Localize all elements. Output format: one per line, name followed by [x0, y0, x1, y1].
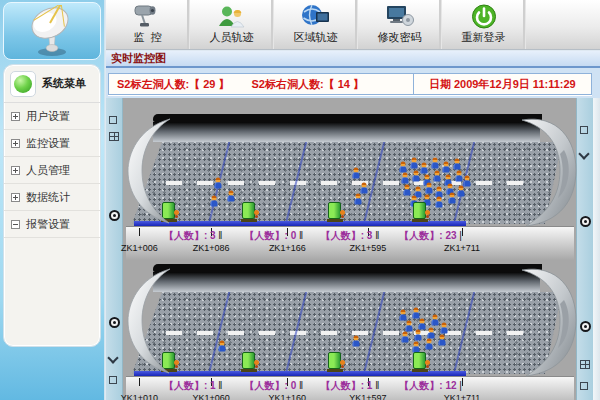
system-menu-icon [10, 71, 36, 97]
toolbar-button-personnel-track[interactable]: 人员轨迹 [190, 0, 274, 49]
count-value: 【人数】: 0 [245, 380, 297, 391]
reader-device-icon [413, 352, 426, 369]
tunnel-monitoring-app: 系统菜单 用户设置监控设置人员管理数据统计报警设置 监 控人员轨迹区域轨迹修改密… [0, 0, 600, 400]
tunnel-road [132, 292, 562, 374]
count-value: 【人数】: 12 [399, 380, 456, 391]
toolbar-button-label: 重新登录 [462, 30, 506, 45]
station-label: YK1+010 [121, 393, 158, 400]
person-icon [457, 186, 464, 197]
person-icon [354, 194, 361, 205]
status-bar: S2标左洞人数:【 29 】 S2标右洞人数:【 14 】 日期 2009年12… [108, 73, 592, 95]
section-count-label: 【人数】: 1 ‖ [164, 379, 223, 393]
person-icon [404, 184, 411, 195]
person-icon [453, 159, 460, 170]
edge-camera-icon [580, 216, 591, 227]
person-icon [412, 308, 419, 319]
count-value: 【人数】: 0 [245, 230, 297, 241]
road-centerline [166, 331, 527, 335]
person-icon [402, 173, 409, 184]
section-count-label: 【人数】: 1 ‖ [321, 379, 380, 393]
section-count-label: 【人数】: 12 | [399, 379, 462, 393]
right-edge-gutter [593, 98, 600, 400]
station-label: YK1+597 [349, 393, 386, 400]
toolbar-button-monitor[interactable]: 监 控 [106, 0, 190, 49]
station-label: YK1+160 [269, 393, 306, 400]
toolbar: 监 控人员轨迹区域轨迹修改密码重新登录 [106, 0, 600, 50]
toolbar-button-relogin[interactable]: 重新登录 [442, 0, 526, 49]
toolbar-button-label: 人员轨迹 [210, 30, 254, 45]
person-icon [406, 320, 413, 331]
expand-plus-icon[interactable] [11, 193, 20, 202]
section-count-label: 【人数】: 0 ‖ [245, 229, 304, 243]
station-label: ZK1+006 [121, 243, 158, 253]
person-icon [427, 328, 434, 339]
sidebar-item-monitor-settings[interactable]: 监控设置 [4, 130, 100, 157]
station-label: YK1+711 [444, 393, 481, 400]
toolbar-button-area-track[interactable]: 区域轨迹 [274, 0, 358, 49]
station-tick [139, 228, 140, 236]
station-label: YK1+060 [192, 393, 229, 400]
left-tunnel: ZK1+006ZK1+086ZK1+166ZK1+595ZK1+711【人数】:… [126, 114, 574, 262]
person-icon [438, 335, 445, 346]
right-tunnel-count-text: S2标右洞人数:【 14 】 [251, 77, 363, 92]
station-tick [139, 378, 140, 386]
edge-square-icon [109, 116, 117, 124]
password-icon [383, 2, 417, 30]
sidebar-item-personnel-mgmt[interactable]: 人员管理 [4, 157, 100, 184]
tab-realtime-monitor[interactable]: 实时监控图 [111, 51, 166, 66]
sidebar-item-data-statistics[interactable]: 数据统计 [4, 184, 100, 211]
camera-icon [131, 2, 165, 30]
section-count-label: 【人数】: 3 ‖ [321, 229, 380, 243]
person-icon [425, 339, 432, 350]
person-icon [399, 309, 406, 320]
tunnel-canvas: ZK1+006ZK1+086ZK1+166ZK1+595ZK1+711【人数】:… [106, 98, 600, 400]
tabbar: 实时监控图 [106, 51, 600, 68]
toolbar-button-change-password[interactable]: 修改密码 [358, 0, 442, 49]
expand-plus-icon[interactable] [11, 112, 20, 121]
boundary-tick: ‖ [372, 230, 379, 241]
tunnel-road [132, 142, 562, 224]
system-menu-card: 系统菜单 用户设置监控设置人员管理数据统计报警设置 [3, 64, 101, 347]
toolbar-button-label: 修改密码 [378, 30, 422, 45]
toolbar-button-label: 区域轨迹 [294, 30, 338, 45]
person-icon [421, 163, 428, 174]
expand-minus-icon[interactable] [11, 220, 20, 229]
station-label: ZK1+166 [269, 243, 306, 253]
person-icon [215, 178, 222, 189]
sidebar-item-alarm-settings[interactable]: 报警设置 [4, 211, 100, 238]
person-icon [210, 196, 217, 207]
edge-camera-icon [109, 210, 120, 221]
person-icon [434, 171, 441, 182]
station-label: ZK1+595 [350, 243, 387, 253]
expand-plus-icon[interactable] [11, 139, 20, 148]
station-label: ZK1+086 [193, 243, 230, 253]
right-tunnel: YK1+010YK1+060YK1+160YK1+597YK1+711【人数】:… [126, 264, 574, 400]
person-icon [219, 341, 226, 352]
person-icon [436, 196, 443, 207]
boundary-tick: ‖ [216, 230, 223, 241]
reader-device-icon [413, 202, 426, 219]
expand-plus-icon[interactable] [11, 166, 20, 175]
person-icon [414, 329, 421, 340]
power-icon [467, 2, 501, 30]
person-icon [352, 336, 359, 347]
sidebar-item-user-settings[interactable]: 用户设置 [4, 103, 100, 130]
sidebar-item-label: 数据统计 [26, 190, 70, 205]
person-icon [419, 318, 426, 329]
person-icon [352, 168, 359, 179]
tunnel-portal-right [520, 114, 580, 228]
system-menu-header: 系统菜单 [4, 65, 100, 103]
boundary-tick: ‖ [216, 380, 223, 391]
person-icon [432, 158, 439, 169]
count-value: 【人数】: 1 [321, 380, 373, 391]
reader-device-icon [242, 202, 255, 219]
person-icon [442, 162, 449, 173]
satellite-dish-logo [17, 5, 87, 57]
toolbar-button-label: 监 控 [133, 30, 161, 45]
person-icon [464, 176, 471, 187]
person-icon [425, 182, 432, 193]
station-tick [462, 378, 463, 386]
boundary-tick: ‖ [296, 230, 303, 241]
person-icon [402, 332, 409, 343]
edge-square-icon [109, 376, 117, 384]
